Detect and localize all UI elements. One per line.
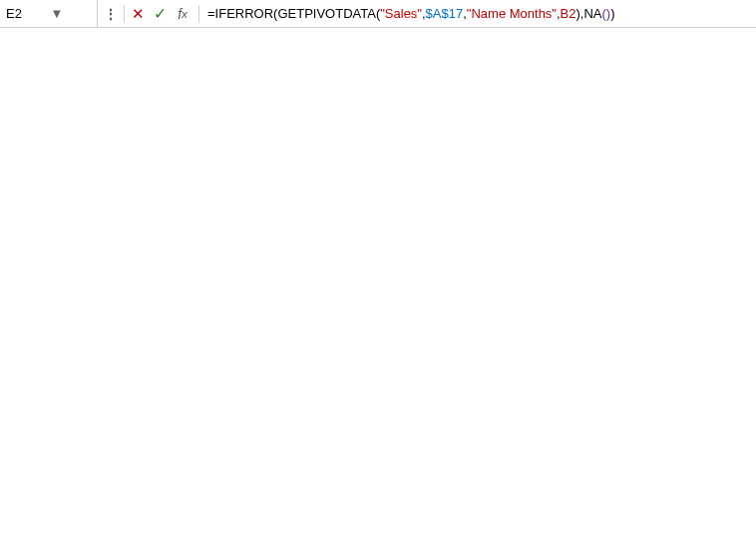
separator — [124, 5, 125, 23]
formula-token: NA — [583, 6, 601, 21]
separator — [198, 5, 199, 23]
chevron-down-icon[interactable]: ▼ — [51, 6, 92, 21]
formula-token: ) — [610, 6, 614, 21]
name-box-value: E2 — [6, 6, 47, 21]
formula-token: () — [602, 6, 611, 21]
name-box[interactable]: E2 ▼ — [0, 0, 98, 27]
formula-token: "Sales" — [380, 6, 422, 21]
fx-icon[interactable]: fx — [171, 2, 194, 26]
cancel-icon[interactable]: ✕ — [127, 3, 149, 25]
accept-icon[interactable]: ✓ — [149, 3, 171, 25]
formula-bar: E2 ▼ ⋮ ✕ ✓ fx =IFERROR(GETPIVOTDATA("Sal… — [0, 0, 756, 28]
formula-bar-controls: ⋮ ✕ ✓ fx — [98, 2, 196, 26]
more-icon[interactable]: ⋮ — [100, 3, 122, 25]
formula-token: =IFERROR(GETPIVOTDATA( — [207, 6, 380, 21]
formula-token: $A$17 — [426, 6, 464, 21]
formula-input[interactable]: =IFERROR(GETPIVOTDATA("Sales",$A$17,"Nam… — [201, 6, 756, 21]
formula-token: B2 — [561, 6, 576, 21]
formula-token: "Name Months" — [467, 6, 557, 21]
